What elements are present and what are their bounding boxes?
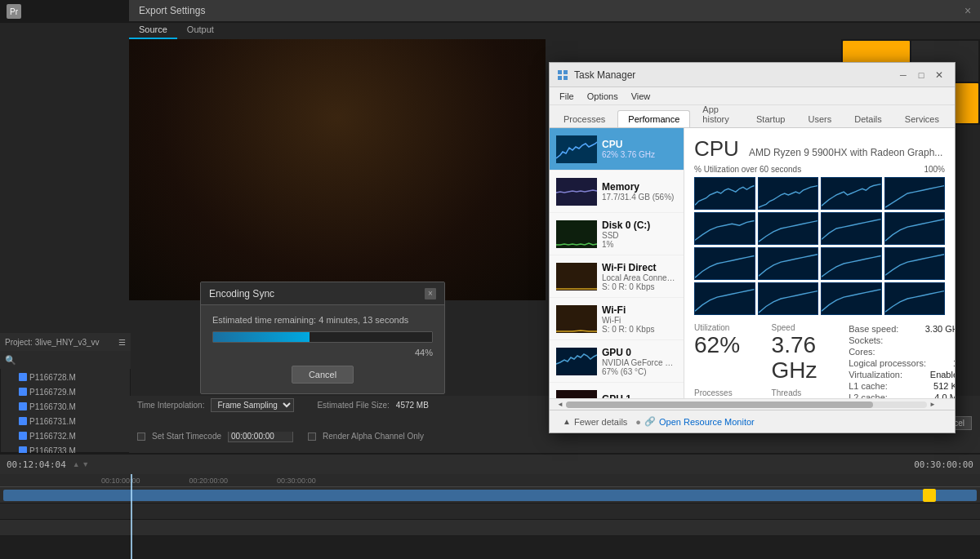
memory-item-name: Memory xyxy=(602,181,677,193)
cpu-graph-7-svg xyxy=(885,213,945,244)
cpu-graph-10-svg xyxy=(822,248,881,279)
project-menu-icon[interactable]: ☰ xyxy=(118,338,126,347)
project-item-3[interactable]: P1166731.M xyxy=(4,414,127,428)
gpu0-mini-chart xyxy=(556,348,597,375)
svg-rect-50 xyxy=(759,248,818,279)
project-panel-header: Project: 3live_HNY_v3_vv ☰ xyxy=(0,333,131,351)
encoding-dialog-title-text: Encoding Sync xyxy=(209,288,274,299)
cpu-graph-6 xyxy=(821,212,882,245)
tab-services[interactable]: Services xyxy=(894,110,950,127)
cpu-graph-0 xyxy=(694,177,755,210)
file-color-3 xyxy=(19,417,27,425)
cpu-right-details: Base speed: 3.30 GHz Sockets: 1 Cores: 8… xyxy=(849,323,955,398)
tab-source[interactable]: Source xyxy=(129,21,177,39)
minimize-button[interactable]: ─ xyxy=(894,66,912,84)
tab-startup[interactable]: Startup xyxy=(746,110,795,127)
perf-item-wifi-direct[interactable]: Wi-Fi Direct Local Area Connectic S: 0 R… xyxy=(550,255,684,298)
memory-mini-chart xyxy=(556,178,597,206)
close-button[interactable]: ✕ xyxy=(930,66,948,84)
perf-item-memory[interactable]: Memory 17.7/31.4 GB (56%) xyxy=(550,171,684,213)
svg-rect-37 xyxy=(556,263,597,291)
project-item-4[interactable]: P1166732.M xyxy=(4,428,127,443)
cpu-graph-14 xyxy=(821,282,882,315)
svg-rect-41 xyxy=(695,178,755,209)
set-start-timecode-checkbox[interactable] xyxy=(137,433,145,441)
tab-output[interactable]: Output xyxy=(177,21,224,39)
progress-bar-background xyxy=(212,331,433,343)
cpu-graph-5-svg xyxy=(759,213,818,244)
cpu-detail-header: CPU AMD Ryzen 9 5900HX with Radeon Graph… xyxy=(694,136,945,162)
encoding-dialog-titlebar: Encoding Sync × xyxy=(201,282,444,305)
clip-bar-1[interactable] xyxy=(3,490,977,501)
fewer-details-arrow-icon: ▲ xyxy=(563,417,571,426)
export-tabs: Source Output xyxy=(129,21,224,39)
cpu-graph-12-svg xyxy=(695,283,755,314)
virtualization-row: Virtualization: Enabled xyxy=(849,369,955,380)
tab-performance[interactable]: Performance xyxy=(617,110,690,127)
encoding-dialog: Encoding Sync × Estimated time remaining… xyxy=(200,282,445,394)
tab-details[interactable]: Details xyxy=(844,110,893,127)
cpu-graph-3-svg xyxy=(885,178,945,209)
project-item-2[interactable]: P1166730.M xyxy=(4,399,127,414)
perf-item-wifi[interactable]: Wi-Fi Wi-Fi S: 0 R: 0 Kbps xyxy=(550,298,684,340)
performance-left-panel: CPU 62% 3.76 GHz Memory 17.7/31.4 GB (56… xyxy=(550,128,684,398)
perf-item-gpu0[interactable]: GPU 0 NVIDIA GeForce RTX 67% (63 °C) xyxy=(550,340,684,383)
wifi-mini-chart xyxy=(556,305,597,333)
task-manager-logo-icon xyxy=(557,69,568,81)
menu-options[interactable]: Options xyxy=(581,90,625,103)
speed-block: Speed 3.76 GHz xyxy=(772,323,840,384)
gpu1-mini-chart-svg xyxy=(556,390,597,399)
tab-processes[interactable]: Processes xyxy=(553,110,616,127)
cpu-left-stats: Utilization 62% Speed 3.76 GHz Processes… xyxy=(694,323,839,398)
scrollbar-thumb[interactable] xyxy=(566,402,873,408)
base-speed-value: 3.30 GHz xyxy=(925,324,955,334)
logical-processors-row: Logical processors: 16 xyxy=(849,357,955,369)
svg-rect-32 xyxy=(558,76,562,80)
encoding-cancel-button[interactable]: Cancel xyxy=(292,366,354,384)
file-color-0 xyxy=(19,373,27,381)
maximize-button[interactable]: □ xyxy=(912,66,930,84)
gpu1-mini-chart xyxy=(556,390,597,399)
l2-cache-row: L2 cache: 4.0 MB xyxy=(849,392,955,398)
logical-processors-label: Logical processors: xyxy=(849,358,926,368)
utilization-label: Utilization xyxy=(694,323,762,332)
svg-rect-31 xyxy=(564,70,568,74)
start-timecode-input[interactable] xyxy=(228,430,293,442)
perf-item-disk0[interactable]: Disk 0 (C:) SSD 1% xyxy=(550,213,684,255)
perf-item-gpu1[interactable]: GPU 1 AMD Radeon(TM) Gr... xyxy=(550,383,684,398)
cpu-graph-11 xyxy=(884,247,946,280)
virtualization-value: Enabled xyxy=(930,370,955,379)
cpu-graph-1-svg xyxy=(759,178,818,209)
tab-users[interactable]: Users xyxy=(797,110,842,127)
open-resource-monitor-link[interactable]: Open Resource Monitor xyxy=(659,417,755,427)
wifi-direct-item-sub: Local Area Connectic xyxy=(602,273,677,282)
render-alpha-checkbox[interactable] xyxy=(308,433,316,441)
svg-rect-38 xyxy=(556,305,597,333)
wifi-direct-item-sub2: S: 0 R: 0 Kbps xyxy=(602,282,677,291)
disk-item-info: Disk 0 (C:) SSD 1% xyxy=(602,220,677,249)
l1-cache-label: L1 cache: xyxy=(849,381,888,391)
svg-rect-48 xyxy=(885,213,945,244)
logical-processors-value: 16 xyxy=(953,358,955,368)
cpu-item-info: CPU 62% 3.76 GHz xyxy=(602,139,677,159)
cpu-model: AMD Ryzen 9 5900HX with Radeon Graph... xyxy=(749,147,942,158)
time-interpolation-select[interactable]: Frame Sampling xyxy=(211,398,294,412)
project-item-1[interactable]: P1166729.M xyxy=(4,384,127,399)
gpu0-item-sub: NVIDIA GeForce RTX xyxy=(602,358,677,367)
tab-app-history[interactable]: App history xyxy=(692,100,744,127)
cpu-graph-15-svg xyxy=(885,283,945,314)
file-color-2 xyxy=(19,402,27,410)
wifi-mini-chart-svg xyxy=(556,305,597,333)
scroll-left-arrow[interactable]: ◄ xyxy=(555,399,566,410)
wifi-item-sub2: S: 0 R: 0 Kbps xyxy=(602,325,677,334)
scroll-right-arrow[interactable]: ► xyxy=(927,399,938,410)
menu-file[interactable]: File xyxy=(553,90,581,103)
file-color-1 xyxy=(19,388,27,396)
fewer-details-button[interactable]: ▲ Fewer details xyxy=(558,415,632,428)
menu-view[interactable]: View xyxy=(625,90,657,103)
encoding-dialog-close-btn[interactable]: × xyxy=(425,288,436,299)
export-close-btn[interactable]: × xyxy=(956,0,980,21)
svg-rect-44 xyxy=(885,178,945,209)
perf-item-cpu[interactable]: CPU 62% 3.76 GHz xyxy=(550,128,684,171)
project-item-0[interactable]: P1166728.M xyxy=(4,370,127,384)
